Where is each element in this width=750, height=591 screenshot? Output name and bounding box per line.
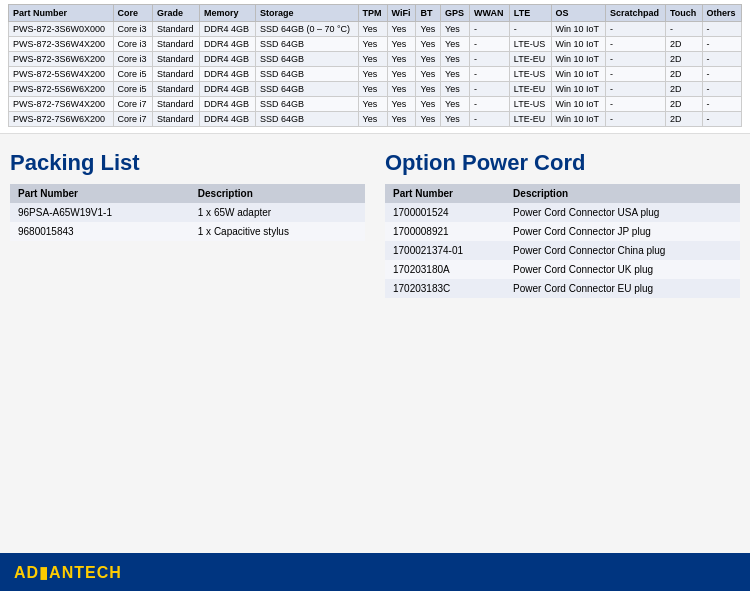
- table-cell: -: [469, 97, 509, 112]
- table-row: PWS-872-3S6W4X200Core i3StandardDDR4 4GB…: [9, 37, 742, 52]
- table-cell: PWS-872-5S6W4X200: [9, 67, 114, 82]
- footer: AD▮ANTECH: [0, 553, 750, 591]
- main-content: Packing List Part NumberDescription 96PS…: [0, 134, 750, 308]
- product-table-header-cell: Memory: [200, 5, 256, 22]
- table-cell: LTE-EU: [509, 52, 551, 67]
- table-cell: PWS-872-7S6W4X200: [9, 97, 114, 112]
- table-cell: Yes: [358, 112, 387, 127]
- table-cell: -: [469, 37, 509, 52]
- table-cell: -: [665, 22, 702, 37]
- list-item: 170203183CPower Cord Connector EU plug: [385, 279, 740, 298]
- list-cell: 9680015843: [10, 222, 190, 241]
- table-cell: 2D: [665, 37, 702, 52]
- table-cell: Standard: [152, 52, 199, 67]
- table-cell: Yes: [387, 112, 416, 127]
- packing-list-header-cell: Part Number: [10, 184, 190, 203]
- table-cell: Yes: [440, 112, 469, 127]
- logo-text: AD▮ANTECH: [14, 564, 122, 581]
- list-cell: 96PSA-A65W19V1-1: [10, 203, 190, 222]
- table-cell: Yes: [358, 67, 387, 82]
- list-cell: 170203183C: [385, 279, 505, 298]
- table-cell: Win 10 IoT: [551, 37, 605, 52]
- table-cell: Win 10 IoT: [551, 97, 605, 112]
- product-table-header-cell: WiFi: [387, 5, 416, 22]
- table-cell: Yes: [440, 67, 469, 82]
- table-cell: SSD 64GB: [255, 37, 358, 52]
- list-cell: Power Cord Connector EU plug: [505, 279, 740, 298]
- list-cell: 1 x Capacitive stylus: [190, 222, 365, 241]
- table-cell: LTE-US: [509, 67, 551, 82]
- list-item: 1700001524Power Cord Connector USA plug: [385, 203, 740, 222]
- list-cell: Power Cord Connector JP plug: [505, 222, 740, 241]
- table-cell: LTE-EU: [509, 112, 551, 127]
- product-table-header-cell: LTE: [509, 5, 551, 22]
- table-cell: -: [702, 22, 741, 37]
- product-table-header-cell: Touch: [665, 5, 702, 22]
- table-cell: Yes: [387, 37, 416, 52]
- table-cell: Standard: [152, 112, 199, 127]
- table-cell: Yes: [440, 22, 469, 37]
- list-item: 96PSA-A65W19V1-11 x 65W adapter: [10, 203, 365, 222]
- product-table-header-cell: TPM: [358, 5, 387, 22]
- table-cell: Win 10 IoT: [551, 112, 605, 127]
- table-cell: -: [702, 52, 741, 67]
- table-cell: Win 10 IoT: [551, 22, 605, 37]
- table-cell: PWS-872-3S6W6X200: [9, 52, 114, 67]
- packing-list-title: Packing List: [10, 150, 365, 176]
- table-cell: Win 10 IoT: [551, 82, 605, 97]
- table-cell: Yes: [387, 97, 416, 112]
- product-table-header-cell: GPS: [440, 5, 469, 22]
- list-cell: Power Cord Connector UK plug: [505, 260, 740, 279]
- table-cell: Yes: [358, 82, 387, 97]
- product-table: Part NumberCoreGradeMemoryStorageTPMWiFi…: [8, 4, 742, 127]
- table-cell: Standard: [152, 22, 199, 37]
- table-cell: SSD 64GB: [255, 82, 358, 97]
- table-cell: -: [605, 97, 665, 112]
- table-cell: -: [509, 22, 551, 37]
- table-cell: -: [605, 52, 665, 67]
- table-cell: -: [605, 112, 665, 127]
- table-cell: 2D: [665, 97, 702, 112]
- table-cell: Yes: [416, 112, 441, 127]
- table-cell: Yes: [440, 82, 469, 97]
- table-cell: DDR4 4GB: [200, 112, 256, 127]
- table-cell: -: [702, 97, 741, 112]
- table-cell: SSD 64GB: [255, 112, 358, 127]
- table-row: PWS-872-3S6W0X000Core i3StandardDDR4 4GB…: [9, 22, 742, 37]
- table-cell: -: [469, 82, 509, 97]
- list-cell: 170203180A: [385, 260, 505, 279]
- list-item: 1700021374-01Power Cord Connector China …: [385, 241, 740, 260]
- list-cell: 1700008921: [385, 222, 505, 241]
- table-cell: -: [469, 67, 509, 82]
- table-cell: 2D: [665, 67, 702, 82]
- product-table-header-cell: Scratchpad: [605, 5, 665, 22]
- power-cord-header-cell: Description: [505, 184, 740, 203]
- table-cell: DDR4 4GB: [200, 97, 256, 112]
- table-cell: Yes: [387, 67, 416, 82]
- product-table-header-cell: Storage: [255, 5, 358, 22]
- table-cell: SSD 64GB (0 – 70 °C): [255, 22, 358, 37]
- table-cell: -: [469, 112, 509, 127]
- product-table-section: Part NumberCoreGradeMemoryStorageTPMWiFi…: [0, 0, 750, 134]
- table-cell: Yes: [440, 97, 469, 112]
- packing-list-section: Packing List Part NumberDescription 96PS…: [10, 150, 365, 298]
- table-cell: Core i7: [113, 112, 152, 127]
- product-table-header-cell: Grade: [152, 5, 199, 22]
- list-cell: Power Cord Connector USA plug: [505, 203, 740, 222]
- table-row: PWS-872-7S6W4X200Core i7StandardDDR4 4GB…: [9, 97, 742, 112]
- table-row: PWS-872-3S6W6X200Core i3StandardDDR4 4GB…: [9, 52, 742, 67]
- table-cell: Standard: [152, 97, 199, 112]
- table-cell: -: [469, 52, 509, 67]
- table-cell: -: [702, 82, 741, 97]
- table-cell: PWS-872-3S6W0X000: [9, 22, 114, 37]
- table-cell: Yes: [358, 97, 387, 112]
- table-cell: Win 10 IoT: [551, 67, 605, 82]
- table-cell: -: [469, 22, 509, 37]
- table-cell: DDR4 4GB: [200, 52, 256, 67]
- table-cell: DDR4 4GB: [200, 37, 256, 52]
- table-cell: 2D: [665, 82, 702, 97]
- table-cell: -: [605, 22, 665, 37]
- table-cell: SSD 64GB: [255, 52, 358, 67]
- list-cell: 1 x 65W adapter: [190, 203, 365, 222]
- table-cell: Standard: [152, 37, 199, 52]
